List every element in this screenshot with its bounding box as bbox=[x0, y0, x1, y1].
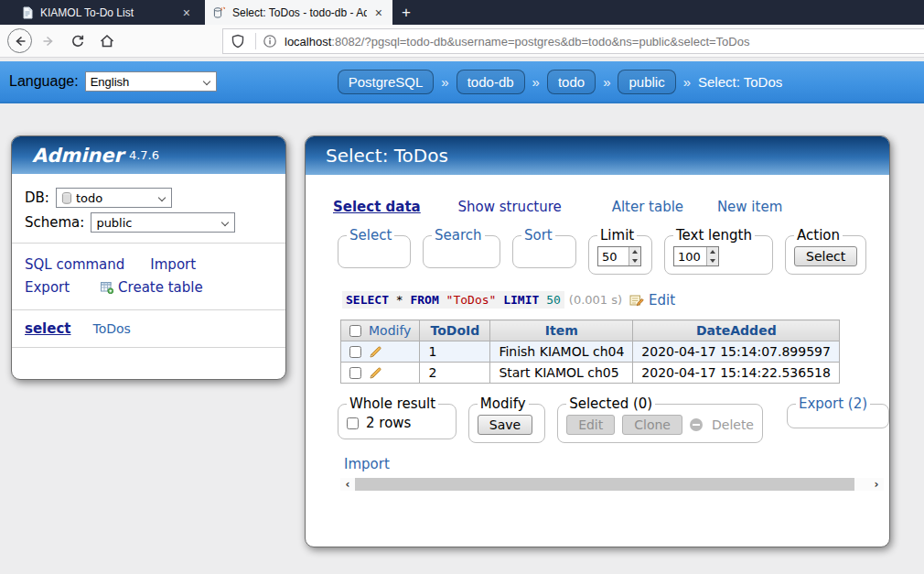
column-header-dateadded[interactable]: DateAdded bbox=[641, 323, 831, 338]
breadcrumb-database-server[interactable]: todo-db bbox=[457, 70, 525, 94]
tab-bar: KIAMOL To-Do List × Select: ToDos - todo… bbox=[0, 0, 924, 25]
edit-selected-button[interactable]: Edit bbox=[566, 415, 615, 435]
create-table-link[interactable]: Create table bbox=[118, 279, 203, 296]
sidebar-panel: Adminer 4.7.6 DB: todo Schema: public SQ… bbox=[11, 135, 286, 380]
select-fieldset: Select bbox=[338, 227, 411, 268]
refresh-icon[interactable] bbox=[65, 28, 91, 54]
select-submit-button[interactable]: Select bbox=[794, 246, 857, 266]
clone-button[interactable]: Clone bbox=[622, 415, 682, 435]
row-checkbox[interactable] bbox=[349, 346, 361, 358]
tab-select-data[interactable]: Select data bbox=[333, 199, 421, 215]
search-link[interactable]: Search bbox=[435, 227, 482, 244]
scroll-left-icon[interactable]: ‹ bbox=[340, 478, 355, 491]
sql-query-line: SELECT * FROM "ToDos" LIMIT 50 (0.001 s)… bbox=[342, 291, 889, 309]
new-tab-button[interactable]: + bbox=[392, 0, 420, 25]
browser-window: KIAMOL To-Do List × Select: ToDos - todo… bbox=[0, 0, 924, 574]
close-icon[interactable]: × bbox=[373, 5, 384, 20]
chevron-down-icon bbox=[202, 78, 210, 85]
url-bar[interactable]: localhost:8082/?pgsql=todo-db&username=p… bbox=[222, 28, 924, 54]
sql-query: SELECT * FROM "ToDos" LIMIT 50 bbox=[342, 291, 564, 309]
language-select[interactable]: English bbox=[85, 71, 217, 92]
select-columns-link[interactable]: Select bbox=[349, 227, 392, 244]
text-length-input[interactable]: 100 bbox=[673, 246, 719, 266]
limit-input[interactable]: 50 bbox=[597, 246, 641, 266]
app-logo[interactable]: Adminer bbox=[32, 145, 124, 167]
sort-link[interactable]: Sort bbox=[524, 227, 553, 244]
navigation-bar: localhost:8082/?pgsql=todo-db&username=p… bbox=[0, 25, 924, 58]
footer-fieldsets: Whole result 2 rows Modify Save Selected… bbox=[338, 395, 889, 443]
table-header-row: Modify ToDoId Item DateAdded bbox=[341, 320, 840, 341]
edit-pencil-icon[interactable] bbox=[369, 366, 382, 380]
query-time: (0.001 s) bbox=[569, 293, 622, 307]
breadcrumb-server[interactable]: PostgreSQL bbox=[338, 70, 435, 94]
sidebar-actions: SQL commandImport Export Create table bbox=[12, 254, 285, 299]
row-checkbox[interactable] bbox=[349, 367, 361, 379]
close-icon[interactable]: × bbox=[181, 5, 192, 20]
create-table-icon bbox=[101, 281, 113, 294]
main-panel: Select: ToDos Select data Show structure… bbox=[305, 135, 890, 547]
breadcrumb-separator: » bbox=[441, 74, 448, 90]
tab-alter-table[interactable]: Alter table bbox=[612, 199, 683, 215]
select-all-checkbox[interactable] bbox=[349, 325, 361, 337]
tab-kiamol-todo-list[interactable]: KIAMOL To-Do List × bbox=[13, 0, 200, 25]
search-fieldset: Search bbox=[423, 227, 500, 268]
whole-result-checkbox[interactable] bbox=[347, 417, 359, 429]
back-icon[interactable] bbox=[7, 28, 32, 53]
import-result-link[interactable]: Import bbox=[344, 456, 390, 472]
shield-icon[interactable] bbox=[231, 34, 245, 49]
edit-pencil-icon[interactable] bbox=[369, 345, 382, 359]
spinner-buttons[interactable] bbox=[629, 247, 640, 265]
sidebar-table-todos[interactable]: ToDos bbox=[92, 321, 130, 336]
page-icon bbox=[21, 6, 34, 19]
table-row: 2 Start KIAMOL ch05 2020-04-17 15:14:22.… bbox=[341, 363, 840, 384]
export-result-link[interactable]: Export (2) bbox=[799, 395, 867, 412]
breadcrumb-bar: Language: English PostgreSQL » todo-db »… bbox=[0, 61, 924, 103]
db-label: DB: bbox=[25, 190, 49, 206]
export-link[interactable]: Export bbox=[25, 279, 70, 296]
url-path: :8082/?pgsql=todo-db&username=postgres&d… bbox=[331, 35, 749, 49]
scrollbar-thumb[interactable] bbox=[355, 478, 854, 491]
column-header-todoid[interactable]: ToDoId bbox=[428, 323, 481, 338]
import-link[interactable]: Import bbox=[150, 256, 196, 273]
info-icon[interactable] bbox=[263, 34, 277, 49]
tab-show-structure[interactable]: Show structure bbox=[458, 199, 562, 215]
select-table-link[interactable]: select bbox=[25, 320, 70, 337]
spinner-buttons[interactable] bbox=[706, 247, 718, 265]
divider bbox=[12, 347, 285, 348]
home-icon[interactable] bbox=[94, 28, 120, 54]
whole-result-fieldset: Whole result 2 rows bbox=[338, 395, 457, 439]
app-version: 4.7.6 bbox=[129, 148, 159, 162]
breadcrumb-database[interactable]: todo bbox=[547, 70, 596, 94]
column-header-item[interactable]: Item bbox=[499, 323, 624, 338]
scroll-right-icon[interactable]: › bbox=[869, 478, 884, 491]
forward-icon[interactable] bbox=[36, 28, 61, 54]
edit-query-link[interactable]: Edit bbox=[649, 292, 675, 309]
schema-select[interactable]: public bbox=[91, 212, 235, 233]
breadcrumb-separator: » bbox=[683, 74, 691, 90]
breadcrumb-schema[interactable]: public bbox=[618, 70, 675, 94]
db-selected-value: todo bbox=[76, 191, 102, 205]
db-select[interactable]: todo bbox=[56, 188, 172, 208]
sql-command-link[interactable]: SQL command bbox=[25, 256, 124, 273]
text-length-value: 100 bbox=[674, 247, 706, 265]
breadcrumb-current-page: Select: ToDos bbox=[698, 74, 782, 90]
horizontal-scrollbar[interactable]: ‹ › bbox=[340, 478, 884, 491]
save-button[interactable]: Save bbox=[478, 415, 532, 435]
chevron-down-icon bbox=[158, 194, 166, 201]
cell-dateadded: 2020-04-17 15:14:07.899597 bbox=[633, 341, 840, 363]
tab-adminer-select-todos[interactable]: Select: ToDos - todo-db - Admi × bbox=[205, 0, 392, 25]
tab-new-item[interactable]: New item bbox=[717, 199, 782, 215]
cell-todoid: 2 bbox=[420, 363, 490, 384]
db-selector-row: DB: todo bbox=[25, 188, 273, 208]
selected-fieldset: Selected (0) Edit Clone Delete bbox=[557, 395, 763, 443]
breadcrumb-separator: » bbox=[603, 74, 610, 90]
table-row: 1 Finish KIAMOL ch04 2020-04-17 15:14:07… bbox=[341, 341, 840, 363]
tab-title: Select: ToDos - todo-db - Admi bbox=[232, 6, 367, 19]
modify-column-link[interactable]: Modify bbox=[369, 323, 411, 338]
filter-fieldsets: Select Search Sort Limit 50 bbox=[338, 227, 889, 275]
schema-selector-row: Schema: public bbox=[25, 212, 273, 233]
sort-fieldset: Sort bbox=[512, 227, 576, 268]
delete-label[interactable]: Delete bbox=[712, 417, 754, 432]
modify-fieldset: Modify Save bbox=[468, 395, 545, 443]
schema-selected-value: public bbox=[96, 216, 132, 230]
